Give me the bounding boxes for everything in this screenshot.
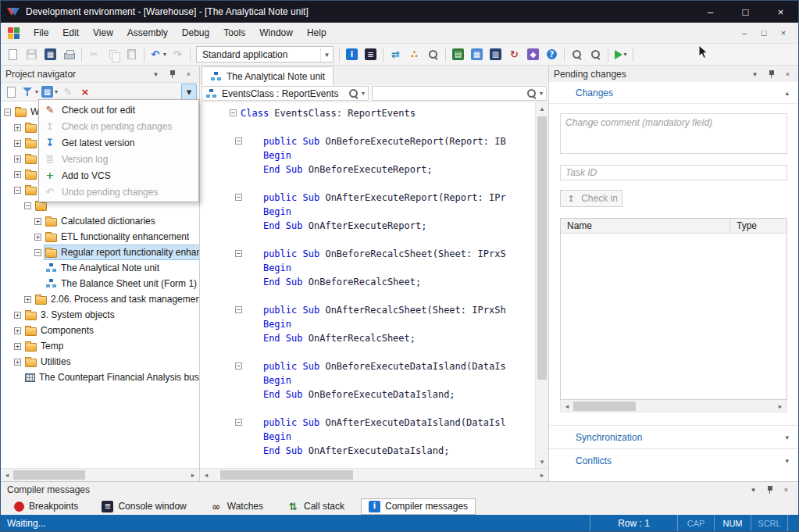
table-list-button[interactable]: ▦ (468, 45, 486, 64)
scroll-right-icon[interactable]: ▸ (774, 400, 787, 412)
maximize-button[interactable]: □ (728, 1, 763, 23)
search-input[interactable] (376, 88, 526, 99)
scroll-left-icon[interactable]: ◂ (1, 469, 13, 481)
editor-vscrollbar[interactable]: ▴ ▾ (535, 102, 548, 468)
tree-row[interactable]: The Countepart Financial Analysis busine (1, 370, 199, 385)
tree-expander[interactable]: + (24, 296, 31, 303)
tree-expander[interactable]: + (14, 171, 21, 178)
menu-item-add-to-vcs[interactable]: +Add to VCS (39, 167, 198, 184)
panel-close-button[interactable]: × (183, 68, 194, 80)
panel-menu-button[interactable]: ▾ (747, 484, 759, 496)
scroll-thumb[interactable] (13, 470, 85, 480)
panel-menu-button[interactable]: ▾ (749, 68, 761, 80)
scroll-thumb[interactable] (220, 470, 353, 480)
pin-icon[interactable] (166, 68, 178, 80)
tree-expander[interactable]: + (14, 155, 21, 162)
tree-row[interactable]: +ETL functionality enhancement (1, 229, 199, 245)
find-in-files-button[interactable] (587, 45, 605, 64)
refresh-metadata-button[interactable]: ⇄ (387, 45, 405, 64)
menu-view[interactable]: View (86, 23, 120, 43)
app-menu-icon[interactable] (8, 27, 20, 39)
minimize-button[interactable]: – (693, 1, 728, 23)
code-area[interactable]: −Class EventsClass: ReportEvents− public… (200, 102, 535, 468)
scroll-right-icon[interactable]: ▸ (536, 469, 548, 481)
scroll-up-icon[interactable]: ▴ (536, 102, 548, 115)
pin-icon[interactable] (765, 68, 777, 80)
close-button[interactable]: × (763, 1, 798, 23)
scroll-left-icon[interactable]: ◂ (561, 400, 573, 412)
search-icon[interactable] (348, 87, 360, 100)
object-panel-button[interactable] (3, 84, 19, 100)
tree-row[interactable]: The Balance Sheet unit (Form 1) (1, 276, 199, 291)
fold-marker[interactable]: − (230, 109, 237, 116)
profiler-button[interactable]: ∴ (405, 45, 423, 64)
chevron-down-icon[interactable]: ▾ (540, 90, 543, 97)
object-info-button[interactable]: i (343, 45, 361, 64)
pin-icon[interactable] (764, 484, 776, 496)
menu-file[interactable]: File (27, 23, 55, 43)
navigator-hscrollbar[interactable]: ◂ ▸ (1, 468, 199, 481)
tree-expander[interactable]: + (34, 218, 41, 225)
save-button[interactable] (23, 45, 41, 64)
tree-row[interactable]: +Components (1, 323, 199, 338)
application-combo[interactable]: Standard application▾ (196, 46, 334, 62)
view-options-button[interactable]: ▦▾ (41, 84, 59, 100)
tab-console-window[interactable]: ≡Console window (95, 498, 193, 515)
mdi-restore-button[interactable]: □ (755, 26, 772, 40)
menu-tools[interactable]: Tools (216, 23, 252, 43)
tree-row[interactable]: The Analytical Note unit (1, 260, 199, 276)
tree-row[interactable]: +Calculated dictionaries (1, 213, 199, 229)
member-selector[interactable]: EventsClass : ReportEvents ▾ (202, 86, 369, 101)
cut-button[interactable]: ✂ (85, 45, 103, 64)
tree-expander[interactable]: + (14, 359, 21, 366)
panel-close-button[interactable]: × (780, 484, 792, 496)
tree-row[interactable]: −Regular report functionality enhancemen… (1, 245, 199, 260)
tree-row[interactable]: +3. System objects (1, 307, 199, 323)
run-button[interactable]: ▾ (612, 45, 630, 64)
find-object-button[interactable] (424, 45, 442, 64)
panel-close-button[interactable]: × (782, 68, 794, 80)
tree-expander[interactable]: − (24, 202, 31, 209)
tree-row[interactable]: +Utilities (1, 354, 199, 370)
tab-watches[interactable]: ∞Watches (203, 498, 270, 515)
save-all-button[interactable]: ▦ (41, 45, 59, 64)
chevron-down-icon[interactable]: ▾ (362, 90, 365, 97)
column-type[interactable]: Type (729, 219, 787, 233)
tab-breakpoints[interactable]: Breakpoints (7, 498, 85, 515)
vcs-menu-button[interactable]: ▾ (181, 84, 197, 100)
scroll-thumb[interactable] (537, 116, 547, 380)
check-in-button[interactable]: ↥ Check in (560, 190, 622, 207)
copy-button[interactable] (104, 45, 122, 64)
expand-icon[interactable]: ▾ (785, 434, 789, 441)
menu-item-check-out-for-edit[interactable]: ✎Check out for edit (39, 102, 198, 118)
delete-button[interactable]: × (77, 84, 93, 100)
section-changes[interactable]: Changes ▴ (549, 82, 798, 104)
filter-button[interactable]: ▾ (20, 84, 39, 100)
tab-analytical-note-unit[interactable]: The Analytical Note unit (202, 66, 334, 85)
menu-item-undo-pending-changes[interactable]: ↶Undo pending changes (39, 184, 198, 200)
tree-expander[interactable]: + (14, 327, 21, 334)
new-document-button[interactable] (4, 45, 22, 64)
expand-icon[interactable]: ▾ (785, 457, 789, 465)
tree-expander[interactable]: − (14, 187, 21, 194)
menu-debug[interactable]: Debug (175, 23, 216, 43)
scroll-left-icon[interactable]: ◂ (200, 469, 212, 481)
change-comment-field[interactable] (560, 113, 787, 154)
task-id-field[interactable] (560, 165, 787, 180)
menu-edit[interactable]: Edit (55, 23, 86, 43)
open-warehouse-button[interactable]: ▤ (449, 45, 467, 64)
mdi-minimize-button[interactable]: – (736, 26, 753, 40)
editor-hscrollbar[interactable]: ◂ ▸ (200, 468, 548, 481)
menu-window[interactable]: Window (252, 23, 300, 43)
section-synchronization[interactable]: Synchronization ▾ (549, 425, 798, 448)
tree-row[interactable]: +2.06. Process and task management (1, 291, 199, 307)
menu-item-version-log[interactable]: ≣Version log (39, 151, 198, 167)
help-button[interactable]: ? (543, 45, 561, 64)
tree-expander[interactable]: + (14, 312, 21, 319)
menu-assembly[interactable]: Assembly (120, 23, 175, 43)
console-button[interactable]: ≡ (362, 45, 380, 64)
tree-expander[interactable]: + (14, 124, 21, 131)
view-module-button[interactable] (568, 45, 586, 64)
rename-button[interactable]: ✎ (60, 84, 76, 100)
menu-item-check-in-pending-changes[interactable]: ↥Check in pending changes (39, 118, 198, 134)
